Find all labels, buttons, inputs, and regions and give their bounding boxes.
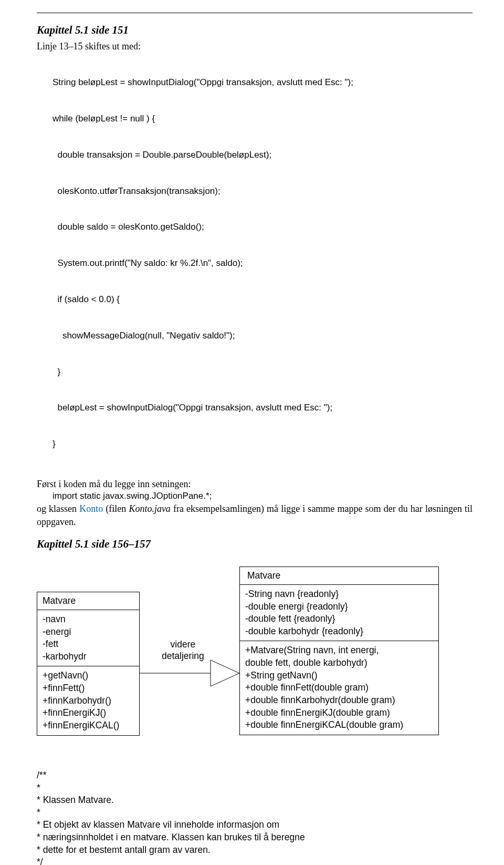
uml-class-right: Matvare -String navn {readonly} -double … [239, 567, 439, 735]
uml-attr: -double energi {readonly} [245, 601, 433, 613]
arrow-label-1: videre [171, 639, 196, 650]
comment-line: * [37, 807, 472, 819]
svg-marker-1 [211, 660, 239, 686]
uml-class-left: Matvare -navn -energi -fett -karbohydr +… [37, 592, 140, 736]
section-title-1: Kapittel 5.1 side 151 [37, 24, 472, 37]
uml-right-ops: +Matvare(String navn, int energi, double… [240, 641, 438, 734]
comment-line: * Et objekt av klassen Matvare vil inneh… [37, 819, 472, 831]
code-line: } [52, 366, 472, 378]
uml-op: +getNavn() [43, 670, 134, 682]
arrow-area: videre detaljering [140, 592, 239, 749]
konto-link[interactable]: Konto [79, 503, 103, 514]
comment-line: */ [37, 856, 472, 865]
arrow-icon [140, 592, 239, 749]
uml-op: +String getNavn() [245, 670, 433, 682]
code-line: showMessageDialog(null, "Negativ saldo!"… [52, 330, 472, 342]
code-line: if (saldo < 0.0) { [52, 294, 472, 306]
uml-attr: -energi [43, 626, 134, 639]
uml-op: +double finnKarbohydr(double gram) [245, 694, 433, 707]
comment-line: /** [37, 769, 472, 782]
uml-op: +finnEnergiKCAL() [43, 719, 134, 732]
uml-op: +Matvare(String navn, int energi, [245, 644, 433, 657]
section-title-2: Kapittel 5.1 side 156–157 [37, 538, 472, 551]
arrow-label: videre detaljering [162, 639, 204, 662]
uml-op: +finnKarbohydr() [43, 695, 134, 707]
uml-op: +double finnEnergiKCAL(double gram) [245, 719, 433, 732]
code-line: olesKonto.utførTransaksjon(transaksjon); [52, 186, 472, 198]
prose-2: og klassen Konto (filen Konto.java fra e… [37, 502, 472, 528]
code-line: beløpLest = showInputDialog("Oppgi trans… [52, 402, 472, 414]
uml-attr: -navn [43, 613, 134, 626]
code-line: while (beløpLest != null ) { [52, 113, 472, 125]
uml-attr: -double fett {readonly} [245, 613, 433, 625]
prose-2-mid: (filen [103, 503, 129, 514]
uml-diagram: Matvare -navn -energi -fett -karbohydr +… [37, 567, 472, 749]
comment-line: * næringsinnholdet i en matvare. Klassen… [37, 831, 472, 844]
uml-right-title: Matvare [240, 567, 438, 585]
uml-attr: -double karbohydr {readonly} [245, 625, 433, 638]
konto-file: Konto.java [129, 503, 171, 514]
code-line: System.out.printf("Ny saldo: kr %.2f.\n"… [52, 258, 472, 270]
uml-left-title: Matvare [37, 592, 139, 610]
code-line: double saldo = olesKonto.getSaldo(); [52, 221, 472, 233]
code-line: } [52, 438, 472, 450]
uml-op: +finnFett() [43, 682, 134, 695]
code-block-1: String beløpLest = showInputDialog("Oppg… [37, 53, 472, 475]
code-line: String beløpLest = showInputDialog("Oppg… [52, 77, 472, 89]
prose-1: Først i koden må du legge inn setningen: [37, 478, 472, 490]
uml-attr: -karbohydr [43, 651, 134, 663]
arrow-label-2: detaljering [162, 651, 204, 661]
uml-right-attrs: -String navn {readonly} -double energi {… [240, 585, 438, 641]
uml-attr: -fett [43, 638, 134, 651]
uml-op: +finnEnergiKJ() [43, 707, 134, 719]
uml-op: +double finnFett(double gram) [245, 682, 433, 694]
uml-left-ops: +getNavn() +finnFett() +finnKarbohydr() … [37, 666, 139, 735]
comment-line: * dette for et bestemt antall gram av va… [37, 844, 472, 857]
intro-line: Linje 13–15 skiftes ut med: [37, 40, 472, 53]
prose-2-pre: og klassen [37, 503, 79, 514]
uml-attr: -String navn {readonly} [245, 588, 433, 601]
uml-left-attrs: -navn -energi -fett -karbohydr [37, 610, 139, 666]
code-line: double transaksjon = Double.parseDouble(… [52, 149, 472, 161]
comment-line: * Klassen Matvare. [37, 794, 472, 807]
top-rule [37, 13, 472, 13]
javadoc-block: /** * * Klassen Matvare. * * Et objekt a… [37, 769, 472, 865]
comment-line: * [37, 782, 472, 795]
uml-op: +double finnEnergiKJ(double gram) [245, 707, 433, 719]
import-line: import static javax.swing.JOptionPane.*; [37, 490, 472, 502]
uml-op: double fett, double karbohydr) [245, 657, 433, 670]
